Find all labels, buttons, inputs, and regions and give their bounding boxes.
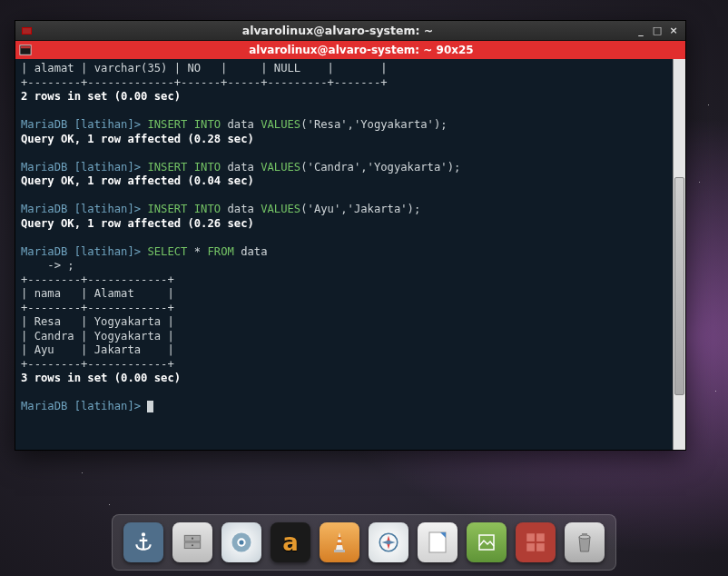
dock-item-libreoffice[interactable] xyxy=(418,522,457,562)
mariadb-prompt: MariaDB [latihan]> xyxy=(21,118,141,131)
scrollbar-thumb[interactable] xyxy=(674,177,684,395)
svg-rect-22 xyxy=(536,543,545,551)
svg-point-8 xyxy=(239,540,243,544)
terminal-output[interactable]: | alamat | varchar(35) | NO | | NULL | |… xyxy=(15,59,685,450)
svg-rect-19 xyxy=(526,533,535,541)
svg-rect-10 xyxy=(338,537,341,540)
result-row-count: 3 rows in set (0.00 sec) xyxy=(21,372,181,384)
window-titlebar[interactable]: alvarolinux@alvaro-system: ~ _ □ × xyxy=(15,21,685,41)
maximize-button[interactable]: □ xyxy=(653,26,662,35)
terminal-cursor xyxy=(147,401,153,412)
close-button[interactable]: × xyxy=(669,26,678,35)
svg-rect-21 xyxy=(526,543,535,551)
dock-item-files[interactable] xyxy=(172,522,212,562)
dock-item-vlc[interactable] xyxy=(320,522,359,562)
terminal-tabbar[interactable]: alvarolinux@alvaro-system: ~ 90x25 xyxy=(15,41,685,59)
svg-point-4 xyxy=(192,538,193,540)
svg-rect-1 xyxy=(21,46,31,49)
dock: a xyxy=(112,514,616,571)
svg-rect-12 xyxy=(334,550,345,552)
dock-item-drawing[interactable] xyxy=(467,522,507,562)
result-row-count: 2 rows in set (0.00 sec) xyxy=(21,90,181,103)
terminal-tab-title: alvarolinux@alvaro-system: ~ 90x25 xyxy=(37,44,685,56)
svg-marker-15 xyxy=(381,541,395,544)
terminal-window: alvarolinux@alvaro-system: ~ _ □ × alvar… xyxy=(15,20,686,451)
minimize-button[interactable]: _ xyxy=(636,26,645,35)
svg-rect-20 xyxy=(536,533,545,541)
dock-item-anchor[interactable] xyxy=(123,522,163,562)
query-ok-msg: Query OK, 1 row affected (0.28 sec) xyxy=(21,133,254,145)
svg-point-23 xyxy=(579,535,590,539)
dock-item-chromium[interactable] xyxy=(221,522,261,562)
dock-item-compass[interactable] xyxy=(369,522,408,562)
window-title: alvarolinux@alvaro-system: ~ xyxy=(39,24,636,37)
svg-rect-24 xyxy=(582,533,587,535)
terminal-scrollbar[interactable] xyxy=(673,59,685,450)
dock-item-workspaces[interactable] xyxy=(516,522,556,562)
dock-item-trash[interactable] xyxy=(565,522,605,562)
svg-marker-9 xyxy=(336,532,343,550)
terminal-tab-icon xyxy=(17,42,34,58)
svg-rect-11 xyxy=(337,542,342,545)
window-app-icon xyxy=(19,24,34,38)
svg-point-5 xyxy=(192,544,193,546)
dock-item-audacious[interactable]: a xyxy=(271,522,310,562)
